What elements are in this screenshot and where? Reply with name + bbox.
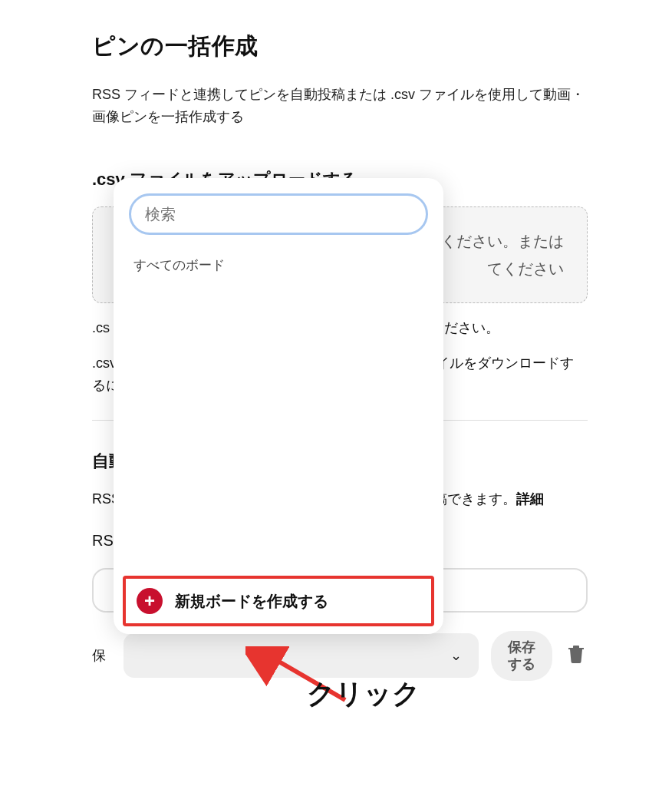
rss-detail-link[interactable]: 詳細: [516, 491, 544, 507]
all-boards-label: すべてのボード: [120, 249, 437, 286]
board-picker-popup: すべてのボード + 新規ボードを作成する: [114, 178, 443, 634]
save-to-label: 保: [92, 646, 111, 665]
annotation-click-label: クリック: [307, 675, 420, 713]
chevron-down-icon: ⌄: [450, 647, 462, 664]
page-title: ピンの一括作成: [92, 31, 588, 62]
board-select-dropdown[interactable]: ⌄: [124, 633, 479, 678]
csv-hint1-prefix: .cs: [92, 320, 110, 335]
search-input[interactable]: [129, 193, 428, 235]
plus-icon: +: [137, 588, 163, 614]
create-new-board-button[interactable]: + 新規ボードを作成する: [123, 576, 434, 626]
create-board-label: 新規ボードを作成する: [175, 591, 328, 612]
save-button[interactable]: 保存する: [491, 631, 552, 681]
delete-button[interactable]: [565, 645, 588, 666]
trash-icon: [568, 645, 585, 663]
page-description: RSS フィードと連携してピンを自動投稿または .csv ファイルを使用して動画…: [92, 84, 588, 128]
